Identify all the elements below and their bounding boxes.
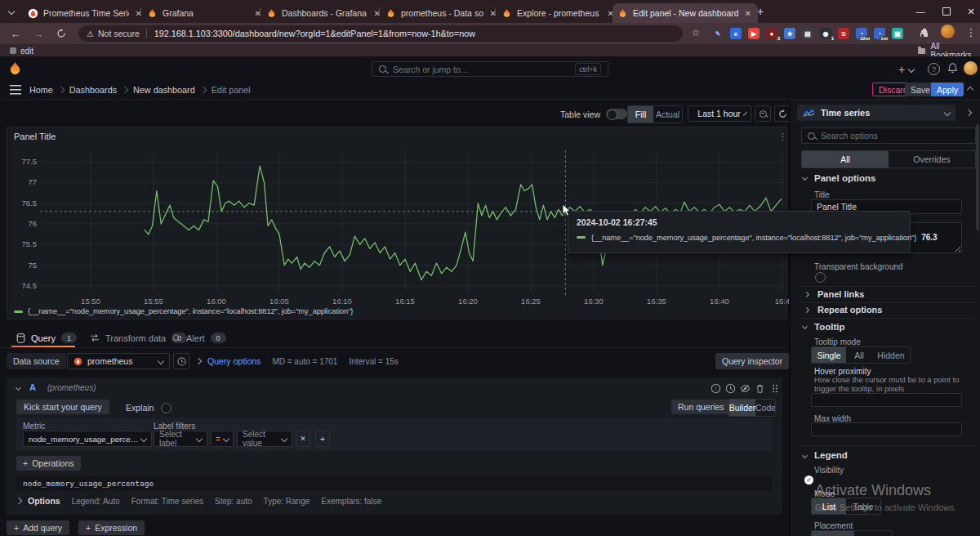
tab-search-button[interactable]	[5, 5, 18, 18]
builder-option[interactable]: Builder	[729, 400, 755, 416]
tab-alert[interactable]: Alert 0	[172, 331, 226, 345]
time-range-picker[interactable]: Last 1 hour	[688, 105, 751, 122]
bookmark-item-edit[interactable]: edit	[10, 46, 33, 56]
browser-tab[interactable]: Prometheus Time Series Collec ✕	[23, 3, 149, 23]
metric-select[interactable]: node_memory_usage_percentage	[23, 431, 152, 447]
window-minimize-button[interactable]: —	[910, 3, 931, 20]
tooltip-mode-all[interactable]: All	[846, 347, 872, 363]
hover-proximity-input[interactable]	[811, 393, 962, 407]
add-filter-button[interactable]: +	[315, 431, 330, 447]
forward-button[interactable]: →	[31, 26, 46, 41]
remove-filter-button[interactable]: ✕	[296, 431, 310, 447]
global-search-box[interactable]: ctrl+k	[372, 61, 608, 77]
extension-icon[interactable]: ◔32m	[856, 28, 867, 39]
browser-tab-active[interactable]: Edit panel - New dashboard - D ✕	[612, 3, 758, 23]
tab-close-icon[interactable]: ✕	[743, 9, 753, 18]
apply-button[interactable]: Apply	[931, 83, 964, 96]
duplicate-query-icon[interactable]	[725, 383, 736, 394]
extension-icon[interactable]: S	[838, 28, 849, 39]
refresh-button[interactable]	[774, 105, 791, 122]
operator-dropdown[interactable]: =	[211, 431, 234, 447]
browser-tab[interactable]: Dashboards - Grafana ✕	[261, 3, 387, 23]
menu-toggle-icon[interactable]	[10, 85, 21, 95]
collapse-pane-button[interactable]	[960, 105, 977, 121]
query-options-row[interactable]: Options Legend: Auto Format: Time series…	[16, 495, 381, 507]
placement-right[interactable]: Right	[854, 531, 892, 536]
tab-all[interactable]: All	[802, 151, 889, 168]
select-label-dropdown[interactable]: Select label	[154, 431, 207, 447]
extension-icon[interactable]: ✎	[712, 28, 724, 39]
address-bar[interactable]: ⚠ Not secure 192.168.1.103:3300/dashboar…	[78, 25, 683, 42]
all-bookmarks-button[interactable]: All Bookmarks	[918, 46, 980, 56]
query-help-icon[interactable]: !	[710, 383, 721, 394]
extension-icon[interactable]: ▣	[892, 28, 903, 39]
run-queries-button[interactable]: Run queries	[671, 400, 731, 414]
options-search-box[interactable]	[801, 127, 976, 144]
new-tab-button[interactable]: +	[755, 6, 766, 17]
browser-tab[interactable]: Grafana ✕	[142, 3, 268, 23]
browser-tab[interactable]: Explore - prometheus - Grafana ✕	[497, 3, 621, 23]
user-avatar[interactable]	[964, 61, 978, 75]
bookmark-star-button[interactable]: ☆	[689, 26, 702, 39]
add-query-button[interactable]: +Add query	[7, 520, 69, 535]
legend-item[interactable]: {__name__="node_memory_usage_percentage"…	[14, 306, 353, 316]
tooltip-section-header[interactable]: Tooltip	[814, 322, 844, 332]
actual-option[interactable]: Actual	[653, 106, 682, 123]
reload-button[interactable]	[54, 26, 69, 41]
delete-query-icon[interactable]	[755, 383, 765, 394]
expression-button[interactable]: +Expression	[78, 520, 145, 535]
select-value-dropdown[interactable]: Select value	[237, 431, 292, 447]
repeat-options-header[interactable]: Repeat options	[817, 305, 882, 315]
profile-avatar[interactable]	[941, 25, 955, 38]
code-option[interactable]: Code	[755, 400, 776, 416]
extension-icon[interactable]: e	[730, 28, 742, 39]
global-search-input[interactable]	[393, 65, 575, 74]
pane-scrollbar[interactable]	[976, 124, 979, 230]
legend-section-header[interactable]: Legend	[814, 450, 848, 460]
extension-icon[interactable]: ▶	[748, 28, 760, 39]
kickstart-button[interactable]: Kick start your query	[16, 400, 109, 414]
window-maximize-button[interactable]	[936, 3, 957, 20]
extension-icon[interactable]: ◔1m	[874, 28, 885, 39]
table-view-toggle[interactable]	[606, 109, 627, 119]
placement-bottom[interactable]: Bottom	[812, 531, 854, 536]
tab-overrides[interactable]: Overrides	[889, 151, 975, 168]
datasource-picker[interactable]: prometheus	[67, 353, 170, 369]
tooltip-mode-single[interactable]: Single	[812, 347, 846, 363]
query-options-link[interactable]: Query options	[207, 356, 261, 366]
back-button[interactable]: ←	[8, 26, 23, 41]
extensions-puzzle-button[interactable]	[918, 26, 931, 39]
breadcrumb-new-dashboard[interactable]: New dashboard	[133, 85, 195, 95]
collapse-header-button[interactable]	[964, 84, 977, 96]
options-search-input[interactable]	[821, 131, 969, 141]
drag-handle-icon[interactable]	[771, 383, 779, 394]
extension-icon[interactable]: ★	[784, 28, 795, 39]
query-options-summary[interactable]: Query options MD = auto = 1701 Interval …	[196, 355, 399, 367]
legend-mode-table[interactable]: Table	[846, 498, 880, 514]
create-new-button[interactable]: +	[898, 62, 914, 76]
panel-links-header[interactable]: Panel links	[817, 289, 864, 299]
visualization-picker[interactable]: Time series	[797, 105, 956, 121]
window-close-button[interactable]: ✕	[962, 3, 980, 20]
panel-menu-icon[interactable]: ⋮	[778, 132, 787, 142]
browser-tab[interactable]: prometheus - Data sources - C ✕	[381, 3, 503, 23]
browser-menu-button[interactable]: ⋮	[965, 25, 977, 40]
legend-mode-list[interactable]: List	[812, 498, 846, 514]
max-width-input[interactable]	[811, 422, 962, 436]
query-inspector-button[interactable]: Query inspector	[715, 353, 789, 369]
operations-button[interactable]: +Operations	[16, 456, 81, 471]
extension-icon[interactable]: ◉1	[820, 28, 831, 39]
tab-query[interactable]: Query 1	[16, 331, 77, 345]
news-bell-icon[interactable]	[947, 62, 959, 74]
datasource-help-button[interactable]	[173, 353, 189, 369]
help-button[interactable]: ?	[928, 63, 940, 75]
breadcrumb-home[interactable]: Home	[29, 85, 53, 95]
panel-options-header[interactable]: Panel options	[814, 173, 875, 183]
hide-response-icon[interactable]	[740, 383, 751, 394]
query-ref-id[interactable]: A	[29, 382, 36, 392]
grafana-logo[interactable]	[7, 60, 23, 76]
breadcrumb-dashboards[interactable]: Dashboards	[69, 85, 117, 95]
panel-title[interactable]: Panel Title	[14, 132, 56, 141]
extension-icon[interactable]: ●3	[766, 28, 777, 39]
extension-icon[interactable]: ▤	[802, 28, 813, 39]
